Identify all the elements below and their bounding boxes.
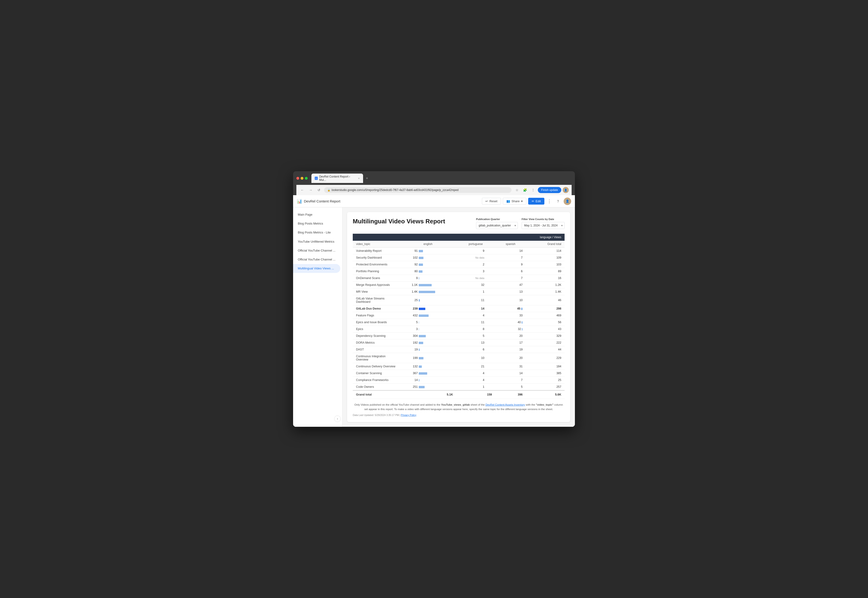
cell-grand-total: 184 — [526, 363, 565, 370]
publication-quarter-label: Publication Quarter — [476, 218, 518, 221]
active-tab[interactable]: L DevRel Content Report › Mul... ✕ — [311, 173, 363, 183]
reset-button[interactable]: ↩ Reset — [482, 198, 501, 205]
cell-portuguese-bar — [487, 319, 495, 326]
url-text: lookerstudio.google.com/u/0/reporting/25… — [332, 188, 508, 192]
close-window-btn[interactable] — [296, 177, 299, 180]
extensions-icon[interactable]: 🧩 — [522, 187, 529, 193]
cell-grand-total: 89 — [526, 268, 565, 275]
grand-total-cell: 5.6K — [526, 390, 565, 399]
cell-grand-total: 56 — [526, 319, 565, 326]
privacy-policy-link[interactable]: Privacy Policy — [401, 414, 416, 416]
cell-english-val: 25 — [400, 295, 418, 305]
share-button[interactable]: 👥 Share ▾ — [503, 198, 526, 205]
sidebar-collapse-button[interactable]: ‹ — [334, 416, 341, 422]
sidebar-item-official-youtube-2[interactable]: Official YouTube Channel ... — [293, 255, 342, 264]
cell-english-bar — [418, 254, 456, 261]
sidebar-item-blog-posts-lite[interactable]: Blog Posts Metrics - Lite — [293, 228, 342, 237]
cell-portuguese: 4 — [456, 312, 488, 319]
cell-english-bar — [418, 312, 456, 319]
fullscreen-window-btn[interactable] — [305, 177, 308, 180]
footnote-text1: Only Videos published on the official Yo… — [354, 403, 441, 406]
cell-spanish: 40 — [495, 319, 526, 326]
table-row: DORA Metrics1921317222 — [353, 339, 565, 346]
browser-titlebar: L DevRel Content Report › Mul... ✕ + ← →… — [293, 171, 575, 195]
cell-portuguese: 14 — [456, 305, 488, 312]
cell-grand-total: 298 — [526, 305, 565, 312]
cell-topic: Continuous Delivery Overview — [353, 363, 400, 370]
sidebar-item-youtube-unfiltered[interactable]: YouTube Unfiltered Metrics — [293, 237, 342, 246]
publication-quarter-filter: Publication Quarter gitlab_publication_q… — [476, 218, 518, 229]
cell-grand-total: 44 — [526, 346, 565, 353]
star-icon[interactable]: ☆ — [514, 187, 520, 193]
publication-quarter-select[interactable]: gitlab_publication_quarter — [476, 222, 518, 229]
cell-portuguese-bar — [487, 261, 495, 268]
share-label: Share — [511, 199, 520, 203]
help-icon[interactable]: ? — [554, 197, 562, 205]
grand-total-cell: 159 — [456, 390, 495, 399]
cell-spanish: 6 — [495, 268, 526, 275]
sidebar-item-multilingual[interactable]: Multilingual Video Views ... — [293, 264, 340, 273]
cell-grand-total: 1.2K — [526, 282, 565, 289]
finish-update-button[interactable]: Finish update — [538, 187, 561, 193]
cell-grand-total: 25 — [526, 377, 565, 384]
cell-topic: Protected Environments — [353, 261, 400, 268]
address-bar-row: ← → ↺ 🔒 lookerstudio.google.com/u/0/repo… — [296, 185, 572, 195]
cell-english-val: 367 — [400, 370, 418, 377]
footnote-text3: with the — [525, 403, 536, 406]
tab-title: DevRel Content Report › Mul... — [319, 175, 356, 182]
sidebar-item-main-page[interactable]: Main Page — [293, 210, 342, 219]
browser-controls: L DevRel Content Report › Mul... ✕ + — [296, 173, 572, 183]
cell-spanish: 20 — [495, 353, 526, 363]
cell-english-bar — [418, 370, 456, 377]
table-row: Epics and Issue Boards51140 56 — [353, 319, 565, 326]
cell-portuguese: 4 — [456, 377, 488, 384]
tab-favicon: L — [315, 176, 318, 180]
minimize-window-btn[interactable] — [300, 177, 303, 180]
cell-grand-total: 16 — [526, 275, 565, 282]
cell-english-val: 102 — [400, 254, 418, 261]
cell-portuguese-bar — [487, 268, 495, 275]
cell-english-bar — [418, 282, 456, 289]
cell-portuguese-bar — [487, 353, 495, 363]
cell-spanish: 14 — [495, 248, 526, 254]
cell-portuguese: No data — [456, 254, 488, 261]
cell-english-bar — [418, 295, 456, 305]
cell-portuguese: No data — [456, 275, 488, 282]
user-avatar[interactable]: 👤 — [564, 197, 571, 205]
cell-portuguese: 13 — [456, 339, 488, 346]
cell-spanish: 14 — [495, 370, 526, 377]
browser-profile-avatar[interactable]: 👤 — [563, 187, 569, 193]
sidebar-item-label: Blog Posts Metrics — [298, 222, 323, 225]
cell-english-val: 92 — [400, 261, 418, 268]
table-row: GitLab Duo Demo2391445 298 — [353, 305, 565, 312]
back-btn[interactable]: ← — [299, 188, 305, 192]
browser-toolbar-icons: ☆ 🧩 ⋮ Finish update 👤 — [514, 187, 569, 193]
forward-btn[interactable]: → — [308, 188, 314, 192]
sidebar-item-official-youtube-1[interactable]: Official YouTube Channel ... — [293, 246, 342, 255]
cell-topic: Continuous Integration Overview — [353, 353, 400, 363]
cell-portuguese: 21 — [456, 363, 488, 370]
sidebar-item-blog-posts[interactable]: Blog Posts Metrics — [293, 219, 342, 228]
refresh-btn[interactable]: ↺ — [316, 188, 322, 192]
table-row: Continuous Integration Overview199102022… — [353, 353, 565, 363]
browser-menu-icon[interactable]: ⋮ — [530, 187, 536, 193]
date-filter-select[interactable]: May 1, 2024 - Jul 31, 2024 — [521, 222, 565, 229]
cell-english-bar — [418, 275, 456, 282]
tab-close-btn[interactable]: ✕ — [358, 177, 360, 180]
cell-topic: Compliance Frameworks — [353, 377, 400, 384]
more-options-button[interactable]: ⋮ — [546, 198, 552, 205]
data-last-updated-text: Data Last Updated: 5/29/2024 3:35:17 PM — [353, 414, 399, 416]
new-tab-btn[interactable]: + — [364, 175, 370, 181]
cell-grand-total: 103 — [526, 261, 565, 268]
app-body: Main Page Blog Posts Metrics Blog Posts … — [293, 208, 575, 427]
cell-portuguese: 6 — [456, 346, 488, 353]
footnote-link[interactable]: DevRel Content Assets Inventory — [486, 403, 525, 406]
reset-label: Reset — [489, 199, 497, 203]
grand-total-row: Grand total5.1K1593965.6K — [353, 390, 565, 399]
edit-button[interactable]: ✏ Edit — [528, 198, 544, 205]
cell-grand-total: 229 — [526, 353, 565, 363]
cell-topic: Portfolio Planning — [353, 268, 400, 275]
cell-portuguese: 11 — [456, 295, 488, 305]
cell-english-bar — [418, 268, 456, 275]
address-bar[interactable]: 🔒 lookerstudio.google.com/u/0/reporting/… — [324, 187, 511, 193]
